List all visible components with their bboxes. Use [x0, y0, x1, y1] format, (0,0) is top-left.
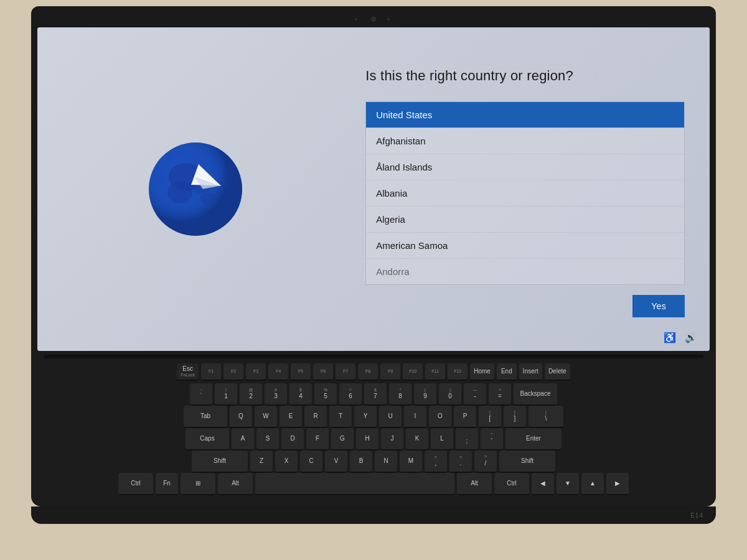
key-arrow-left[interactable]: ◀	[532, 473, 554, 495]
key-backtick[interactable]: ~`	[190, 383, 212, 406]
country-item-algeria[interactable]: Algeria	[366, 207, 684, 233]
country-item-aland-islands[interactable]: Åland Islands	[366, 154, 684, 180]
oobe-screen: Is this the right country or region? Uni…	[37, 27, 710, 351]
key-b[interactable]: B	[350, 450, 372, 473]
key-end[interactable]: End	[497, 363, 517, 381]
key-caps[interactable]: Caps	[186, 428, 229, 450]
key-f7[interactable]: F7	[336, 363, 355, 381]
key-tab[interactable]: Tab	[184, 406, 227, 428]
key-f3[interactable]: F3	[246, 363, 266, 381]
key-i[interactable]: I	[404, 406, 426, 428]
key-space[interactable]	[255, 473, 454, 495]
country-item-afghanistan[interactable]: Afghanistan	[366, 128, 684, 154]
key-f2[interactable]: F2	[223, 363, 243, 381]
key-win[interactable]: ⊞	[181, 473, 215, 495]
webcam-lens	[371, 17, 376, 22]
qwerty-key-row: Tab Q W E R T Y U I O P {[ }] |\	[44, 406, 703, 428]
country-item-american-samoa[interactable]: American Samoa	[366, 233, 684, 259]
key-e[interactable]: E	[280, 406, 302, 428]
key-x[interactable]: X	[275, 450, 298, 473]
svg-point-5	[200, 192, 215, 205]
key-o[interactable]: O	[429, 406, 451, 428]
accessibility-icon[interactable]: ♿	[664, 332, 676, 343]
key-u[interactable]: U	[379, 406, 402, 428]
key-g[interactable]: G	[331, 428, 354, 450]
key-4[interactable]: $4	[289, 383, 312, 406]
key-f9[interactable]: F9	[380, 363, 400, 381]
key-3[interactable]: #3	[265, 383, 287, 406]
key-d[interactable]: D	[281, 428, 304, 450]
key-0[interactable]: )0	[439, 383, 461, 406]
key-arrow-up[interactable]: ▲	[581, 473, 604, 495]
key-f5[interactable]: F5	[291, 363, 311, 381]
key-7[interactable]: &7	[364, 383, 387, 406]
key-period[interactable]: >.	[449, 450, 472, 473]
key-f1[interactable]: F1	[201, 363, 221, 381]
key-fn[interactable]: Fn	[156, 473, 178, 495]
key-shift-left[interactable]: Shift	[192, 450, 248, 473]
key-ctrl-right[interactable]: Ctrl	[494, 473, 529, 495]
key-c[interactable]: C	[300, 450, 322, 473]
key-p[interactable]: P	[454, 406, 476, 428]
key-k[interactable]: K	[406, 428, 428, 450]
key-semicolon[interactable]: :;	[456, 428, 478, 450]
volume-icon[interactable]: 🔊	[685, 332, 697, 343]
key-n[interactable]: N	[375, 450, 397, 473]
key-y[interactable]: Y	[354, 406, 377, 428]
key-j[interactable]: J	[381, 428, 403, 450]
key-2[interactable]: @2	[240, 383, 262, 406]
key-f8[interactable]: F8	[358, 363, 378, 381]
key-minus[interactable]: —-	[464, 383, 486, 406]
key-9[interactable]: (9	[414, 383, 436, 406]
system-tray: ♿ 🔊	[664, 332, 697, 343]
key-f11[interactable]: F11	[425, 363, 445, 381]
yes-button[interactable]: Yes	[632, 295, 685, 317]
key-v[interactable]: V	[325, 450, 347, 473]
key-m[interactable]: M	[400, 450, 422, 473]
key-insert[interactable]: Insert	[519, 363, 542, 381]
bottom-bar: Yes	[365, 295, 685, 317]
key-enter[interactable]: Enter	[505, 428, 561, 450]
keyboard-chassis: EscFnLock F1 F2 F3 F4 F5 F6 F7 F8 F9 F10…	[31, 351, 716, 506]
key-1[interactable]: !1	[215, 383, 237, 406]
key-s[interactable]: S	[256, 428, 279, 450]
key-h[interactable]: H	[356, 428, 378, 450]
key-equals[interactable]: +=	[489, 383, 511, 406]
key-f4[interactable]: F4	[268, 363, 288, 381]
key-ctrl-left[interactable]: Ctrl	[118, 473, 153, 495]
key-w[interactable]: W	[255, 406, 277, 428]
key-home[interactable]: Home	[470, 363, 494, 381]
key-t[interactable]: T	[329, 406, 352, 428]
key-f10[interactable]: F10	[403, 363, 423, 381]
key-backspace[interactable]: Backspace	[514, 383, 557, 406]
key-6[interactable]: ^6	[339, 383, 362, 406]
key-delete[interactable]: Delete	[545, 363, 570, 381]
key-r[interactable]: R	[304, 406, 327, 428]
key-l[interactable]: L	[431, 428, 453, 450]
key-quote[interactable]: "'	[481, 428, 503, 450]
key-bracket-close[interactable]: }]	[504, 406, 526, 428]
key-q[interactable]: Q	[230, 406, 252, 428]
country-list[interactable]: United States Afghanistan Åland Islands …	[365, 101, 685, 285]
globe-illustration	[146, 139, 245, 239]
key-esc[interactable]: EscFnLock	[177, 363, 199, 381]
key-alt-left[interactable]: Alt	[218, 473, 253, 495]
key-bracket-open[interactable]: {[	[479, 406, 501, 428]
key-arrow-down[interactable]: ▼	[557, 473, 579, 495]
key-arrow-right[interactable]: ▶	[606, 473, 629, 495]
country-item-united-states[interactable]: United States	[366, 102, 684, 128]
key-alt-right[interactable]: Alt	[457, 473, 492, 495]
country-item-albania[interactable]: Albania	[366, 180, 684, 207]
key-f12[interactable]: F12	[448, 363, 467, 381]
key-a[interactable]: A	[232, 428, 254, 450]
key-shift-right[interactable]: Shift	[499, 450, 555, 473]
key-5[interactable]: %5	[314, 383, 337, 406]
key-comma[interactable]: <,	[425, 450, 447, 473]
key-f6[interactable]: F6	[313, 363, 333, 381]
key-f[interactable]: F	[306, 428, 329, 450]
key-z[interactable]: Z	[250, 450, 273, 473]
key-8[interactable]: *8	[389, 383, 411, 406]
country-item-andorra[interactable]: Andorra	[366, 259, 684, 284]
key-slash[interactable]: ?/	[474, 450, 497, 473]
key-backslash[interactable]: |\	[529, 406, 563, 428]
